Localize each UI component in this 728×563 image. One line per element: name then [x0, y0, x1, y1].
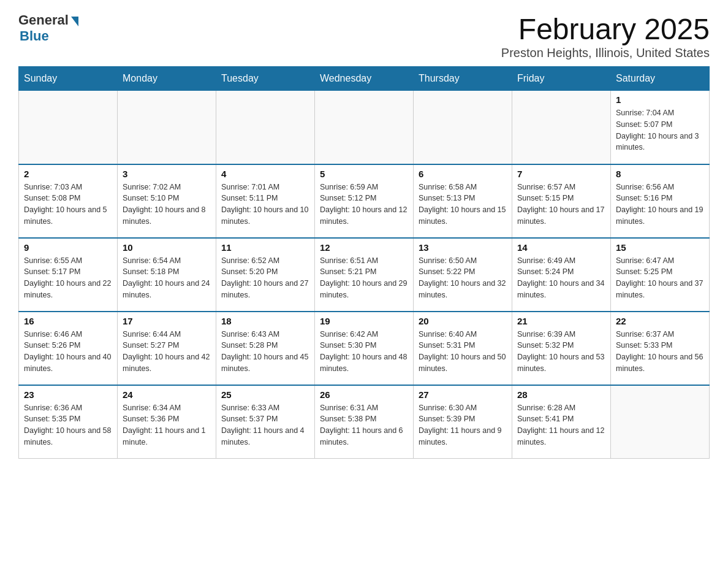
day-info: Sunrise: 6:33 AM Sunset: 5:37 PM Dayligh… [221, 402, 309, 448]
calendar-cell: 7Sunrise: 6:57 AM Sunset: 5:15 PM Daylig… [512, 164, 611, 238]
day-info: Sunrise: 6:34 AM Sunset: 5:36 PM Dayligh… [123, 402, 211, 448]
calendar-cell: 4Sunrise: 7:01 AM Sunset: 5:11 PM Daylig… [216, 164, 315, 238]
day-info: Sunrise: 6:58 AM Sunset: 5:13 PM Dayligh… [419, 182, 507, 228]
day-number: 8 [616, 169, 704, 179]
logo: General Blue [18, 12, 78, 44]
calendar-cell: 25Sunrise: 6:33 AM Sunset: 5:37 PM Dayli… [216, 385, 315, 459]
calendar-cell: 18Sunrise: 6:43 AM Sunset: 5:28 PM Dayli… [216, 312, 315, 385]
weekday-header-thursday: Thursday [414, 67, 512, 91]
day-number: 20 [419, 316, 507, 326]
calendar-cell: 12Sunrise: 6:51 AM Sunset: 5:21 PM Dayli… [315, 238, 414, 312]
day-number: 10 [123, 242, 211, 253]
day-number: 17 [123, 316, 211, 326]
day-number: 9 [24, 242, 112, 253]
logo-arrow-icon [71, 17, 78, 26]
day-info: Sunrise: 6:55 AM Sunset: 5:17 PM Dayligh… [24, 255, 112, 301]
calendar-cell: 17Sunrise: 6:44 AM Sunset: 5:27 PM Dayli… [118, 312, 216, 385]
calendar-cell: 10Sunrise: 6:54 AM Sunset: 5:18 PM Dayli… [118, 238, 216, 312]
day-info: Sunrise: 7:02 AM Sunset: 5:10 PM Dayligh… [123, 182, 211, 228]
calendar-cell [414, 91, 512, 164]
weekday-header-row: SundayMondayTuesdayWednesdayThursdayFrid… [19, 67, 710, 91]
calendar-week-row: 16Sunrise: 6:46 AM Sunset: 5:26 PM Dayli… [19, 312, 710, 385]
day-info: Sunrise: 6:40 AM Sunset: 5:31 PM Dayligh… [419, 329, 507, 375]
page-title: February 2025 [501, 12, 710, 46]
day-number: 24 [123, 389, 211, 400]
day-number: 3 [123, 169, 211, 179]
calendar-cell: 2Sunrise: 7:03 AM Sunset: 5:08 PM Daylig… [19, 164, 118, 238]
day-number: 19 [320, 316, 408, 326]
calendar-cell: 3Sunrise: 7:02 AM Sunset: 5:10 PM Daylig… [118, 164, 216, 238]
day-info: Sunrise: 6:37 AM Sunset: 5:33 PM Dayligh… [616, 329, 704, 375]
day-info: Sunrise: 6:42 AM Sunset: 5:30 PM Dayligh… [320, 329, 408, 375]
day-number: 11 [221, 242, 309, 253]
day-info: Sunrise: 6:47 AM Sunset: 5:25 PM Dayligh… [616, 255, 704, 301]
page-header: General Blue February 2025 Preston Heigh… [18, 12, 710, 60]
weekday-header-tuesday: Tuesday [216, 67, 315, 91]
day-number: 28 [517, 389, 605, 400]
day-number: 16 [24, 316, 112, 326]
calendar-cell: 9Sunrise: 6:55 AM Sunset: 5:17 PM Daylig… [19, 238, 118, 312]
weekday-header-sunday: Sunday [19, 67, 118, 91]
calendar-cell: 6Sunrise: 6:58 AM Sunset: 5:13 PM Daylig… [414, 164, 512, 238]
day-number: 27 [419, 389, 507, 400]
logo-general-text: General [18, 12, 69, 28]
calendar-cell: 13Sunrise: 6:50 AM Sunset: 5:22 PM Dayli… [414, 238, 512, 312]
day-number: 1 [616, 94, 704, 105]
day-info: Sunrise: 6:36 AM Sunset: 5:35 PM Dayligh… [24, 402, 112, 448]
day-info: Sunrise: 6:30 AM Sunset: 5:39 PM Dayligh… [419, 402, 507, 448]
day-number: 23 [24, 389, 112, 400]
calendar-cell: 22Sunrise: 6:37 AM Sunset: 5:33 PM Dayli… [611, 312, 710, 385]
calendar-cell [19, 91, 118, 164]
day-info: Sunrise: 7:03 AM Sunset: 5:08 PM Dayligh… [24, 182, 112, 228]
day-number: 15 [616, 242, 704, 253]
day-number: 18 [221, 316, 309, 326]
title-section: February 2025 Preston Heights, Illinois,… [501, 12, 710, 60]
weekday-header-monday: Monday [118, 67, 216, 91]
day-info: Sunrise: 6:43 AM Sunset: 5:28 PM Dayligh… [221, 329, 309, 375]
calendar-cell [216, 91, 315, 164]
weekday-header-friday: Friday [512, 67, 611, 91]
day-info: Sunrise: 7:04 AM Sunset: 5:07 PM Dayligh… [616, 107, 704, 153]
day-number: 21 [517, 316, 605, 326]
logo-blue-text: Blue [20, 28, 49, 44]
calendar-cell: 28Sunrise: 6:28 AM Sunset: 5:41 PM Dayli… [512, 385, 611, 459]
day-info: Sunrise: 6:31 AM Sunset: 5:38 PM Dayligh… [320, 402, 408, 448]
day-number: 2 [24, 169, 112, 179]
calendar-cell: 5Sunrise: 6:59 AM Sunset: 5:12 PM Daylig… [315, 164, 414, 238]
day-number: 26 [320, 389, 408, 400]
day-info: Sunrise: 6:49 AM Sunset: 5:24 PM Dayligh… [517, 255, 605, 301]
day-number: 14 [517, 242, 605, 253]
day-info: Sunrise: 6:52 AM Sunset: 5:20 PM Dayligh… [221, 255, 309, 301]
calendar-cell: 26Sunrise: 6:31 AM Sunset: 5:38 PM Dayli… [315, 385, 414, 459]
day-info: Sunrise: 6:59 AM Sunset: 5:12 PM Dayligh… [320, 182, 408, 228]
calendar-cell: 11Sunrise: 6:52 AM Sunset: 5:20 PM Dayli… [216, 238, 315, 312]
calendar-cell: 21Sunrise: 6:39 AM Sunset: 5:32 PM Dayli… [512, 312, 611, 385]
day-info: Sunrise: 6:50 AM Sunset: 5:22 PM Dayligh… [419, 255, 507, 301]
day-number: 6 [419, 169, 507, 179]
calendar-cell: 20Sunrise: 6:40 AM Sunset: 5:31 PM Dayli… [414, 312, 512, 385]
calendar-cell [118, 91, 216, 164]
calendar-cell: 23Sunrise: 6:36 AM Sunset: 5:35 PM Dayli… [19, 385, 118, 459]
calendar-week-row: 23Sunrise: 6:36 AM Sunset: 5:35 PM Dayli… [19, 385, 710, 459]
calendar-cell [315, 91, 414, 164]
page-subtitle: Preston Heights, Illinois, United States [501, 46, 710, 60]
calendar-week-row: 9Sunrise: 6:55 AM Sunset: 5:17 PM Daylig… [19, 238, 710, 312]
calendar-cell: 27Sunrise: 6:30 AM Sunset: 5:39 PM Dayli… [414, 385, 512, 459]
day-number: 12 [320, 242, 408, 253]
calendar-cell: 16Sunrise: 6:46 AM Sunset: 5:26 PM Dayli… [19, 312, 118, 385]
day-info: Sunrise: 6:28 AM Sunset: 5:41 PM Dayligh… [517, 402, 605, 448]
calendar-table: SundayMondayTuesdayWednesdayThursdayFrid… [18, 66, 710, 459]
day-info: Sunrise: 6:44 AM Sunset: 5:27 PM Dayligh… [123, 329, 211, 375]
calendar-cell [512, 91, 611, 164]
day-info: Sunrise: 7:01 AM Sunset: 5:11 PM Dayligh… [221, 182, 309, 228]
day-info: Sunrise: 6:57 AM Sunset: 5:15 PM Dayligh… [517, 182, 605, 228]
calendar-cell: 15Sunrise: 6:47 AM Sunset: 5:25 PM Dayli… [611, 238, 710, 312]
day-info: Sunrise: 6:51 AM Sunset: 5:21 PM Dayligh… [320, 255, 408, 301]
day-number: 7 [517, 169, 605, 179]
weekday-header-saturday: Saturday [611, 67, 710, 91]
calendar-cell: 8Sunrise: 6:56 AM Sunset: 5:16 PM Daylig… [611, 164, 710, 238]
day-number: 13 [419, 242, 507, 253]
calendar-cell: 19Sunrise: 6:42 AM Sunset: 5:30 PM Dayli… [315, 312, 414, 385]
day-info: Sunrise: 6:54 AM Sunset: 5:18 PM Dayligh… [123, 255, 211, 301]
day-number: 5 [320, 169, 408, 179]
